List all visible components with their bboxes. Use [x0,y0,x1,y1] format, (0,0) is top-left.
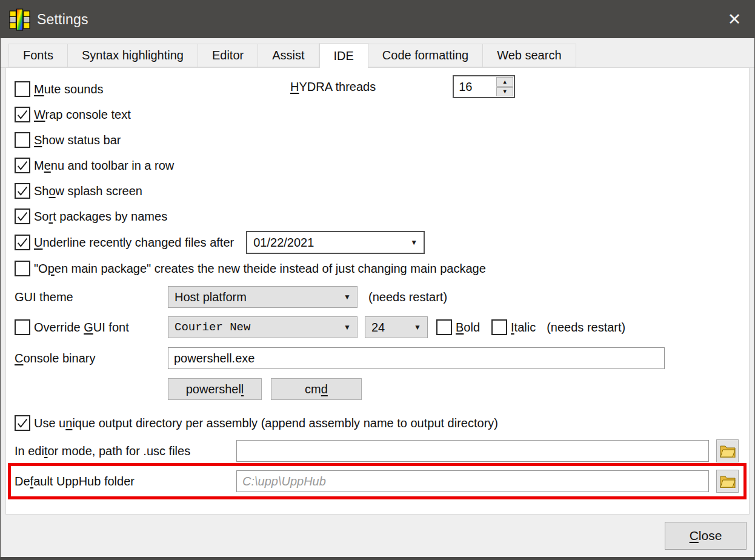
hydra-threads-group: HYDRA threads ▲ ▼ [290,75,515,98]
checkbox-box[interactable] [15,183,30,199]
gui-font-value: Courier New [175,321,250,334]
checkbox-box[interactable] [15,81,30,97]
folder-icon [720,475,736,488]
checkbox-box[interactable] [15,261,30,276]
check-icon [16,236,29,249]
cmd-button[interactable]: cmd [271,378,362,400]
checkbox-bold[interactable]: Bold [436,319,480,335]
checkbox-box[interactable] [15,132,30,148]
checkbox-box[interactable] [436,319,452,335]
tab-bar: Fonts Syntax highlighting Editor Assist … [1,38,754,68]
spin-up-button[interactable]: ▲ [496,77,513,87]
checkbox-menu-toolbar-row[interactable]: Menu and toolbar in a row [15,153,740,178]
checkbox-label: Bold [456,321,480,335]
checkbox-label: Use unique output directory per assembly… [34,416,498,430]
checkbox-label: Sort packages by names [34,210,167,224]
titlebar: Settings ✕ [1,1,754,38]
checkbox-box[interactable] [15,208,30,224]
close-icon: ✕ [728,10,742,29]
console-binary-label: Console binary [15,352,168,365]
needs-restart-note: (needs restart) [547,321,625,335]
close-button[interactable]: Close [665,522,747,550]
folder-icon [720,444,736,458]
checkbox-italic[interactable]: Italic [491,319,536,335]
checkbox-label: Show splash screen [34,184,142,198]
tab-assist[interactable]: Assist [258,44,319,67]
settings-window: Settings ✕ Fonts Syntax highlighting Edi… [0,0,755,560]
spinner-buttons: ▲ ▼ [496,76,514,97]
window-close-button[interactable]: ✕ [714,1,754,38]
gui-theme-row: GUI theme Host platform ▼ (needs restart… [15,286,740,308]
usc-path-input[interactable] [236,440,709,462]
upphub-folder-input[interactable] [236,470,709,492]
check-icon [16,416,29,430]
checkbox-unique-output-dir[interactable]: Use unique output directory per assembly… [15,410,740,436]
checkbox-label: Menu and toolbar in a row [34,159,174,173]
checkbox-label: Italic [511,321,536,335]
shell-buttons-row: powershell cmd [15,378,740,400]
checkbox-sort-packages[interactable]: Sort packages by names [15,204,740,229]
checkbox-box[interactable] [15,107,30,122]
check-icon [16,159,29,172]
checkbox-box[interactable] [15,235,30,250]
checkbox-box[interactable] [15,319,30,335]
upphub-folder-label: Default UppHub folder [15,475,236,488]
app-icon [8,8,31,31]
tab-ide[interactable]: IDE [319,43,368,68]
gui-font-size-droplist[interactable]: 24 ▼ [365,316,428,338]
window-title: Settings [37,12,88,28]
underline-date-value: 01/22/2021 [253,236,314,250]
underline-recent-row: Underline recently changed files after 0… [15,229,740,256]
needs-restart-note: (needs restart) [368,290,447,304]
tab-code-formatting[interactable]: Code formatting [368,44,483,67]
hydra-threads-spinner: ▲ ▼ [453,75,515,98]
checkbox-label: "Open main package" creates the new thei… [34,262,486,276]
chevron-down-icon: ▼ [344,293,351,301]
checkbox-show-status-bar[interactable]: Show status bar [15,127,740,153]
chevron-down-icon: ▼ [410,238,417,247]
tab-fonts[interactable]: Fonts [8,44,68,67]
spin-down-button[interactable]: ▼ [496,87,513,97]
checkbox-show-splash-screen[interactable]: Show splash screen [15,178,740,204]
checkbox-label: Mute sounds [34,82,104,96]
underline-date-combo[interactable]: 01/22/2021 ▼ [246,231,425,254]
console-binary-row: Console binary [15,347,740,369]
checkbox-box[interactable] [15,415,30,431]
tab-syntax-highlighting[interactable]: Syntax highlighting [68,44,198,67]
override-font-row: Override GUI font Courier New ▼ 24 ▼ Bol… [15,316,740,338]
arrow-up-icon: ▲ [502,79,508,85]
checkbox-open-main-package[interactable]: "Open main package" creates the new thei… [15,256,740,281]
gui-theme-value: Host platform [175,290,247,304]
check-icon [16,210,29,223]
upphub-folder-row-highlight: Default UppHub folder [8,463,747,499]
gui-font-size-value: 24 [371,321,385,335]
chevron-down-icon: ▼ [344,323,351,332]
gui-theme-label: GUI theme [15,290,168,304]
check-icon [16,184,29,198]
usc-path-row: In editor mode, path for .usc files [15,439,740,462]
checkbox-label: Show status bar [34,133,121,147]
tab-editor[interactable]: Editor [198,44,258,67]
checkbox-label: Wrap console text [34,108,131,122]
gui-theme-droplist[interactable]: Host platform ▼ [168,286,358,308]
checkbox-label: Override GUI font [34,321,129,335]
checkbox-override-gui-font[interactable]: Override GUI font [15,319,168,335]
tab-web-search[interactable]: Web search [483,44,576,67]
upphub-browse-button[interactable] [716,470,739,493]
hydra-threads-input[interactable] [454,76,496,97]
chevron-down-icon: ▼ [414,323,421,332]
checkbox-box[interactable] [491,319,507,335]
checkbox-box[interactable] [15,158,30,173]
check-icon [16,108,29,121]
checkbox-underline-recent[interactable]: Underline recently changed files after [15,229,234,256]
dialog-button-bar: Close [1,515,754,557]
ide-tab-page: HYDRA threads ▲ ▼ Mute sounds Wrap conso… [5,68,750,515]
hydra-threads-label: HYDRA threads [290,80,376,94]
checkbox-wrap-console-text[interactable]: Wrap console text [15,102,740,127]
usc-path-label: In editor mode, path for .usc files [15,444,236,458]
powershell-button[interactable]: powershell [168,378,262,400]
console-binary-input[interactable] [168,347,665,369]
checkbox-label: Underline recently changed files after [34,236,234,250]
usc-path-browse-button[interactable] [716,439,739,462]
gui-font-droplist[interactable]: Courier New ▼ [168,316,358,338]
